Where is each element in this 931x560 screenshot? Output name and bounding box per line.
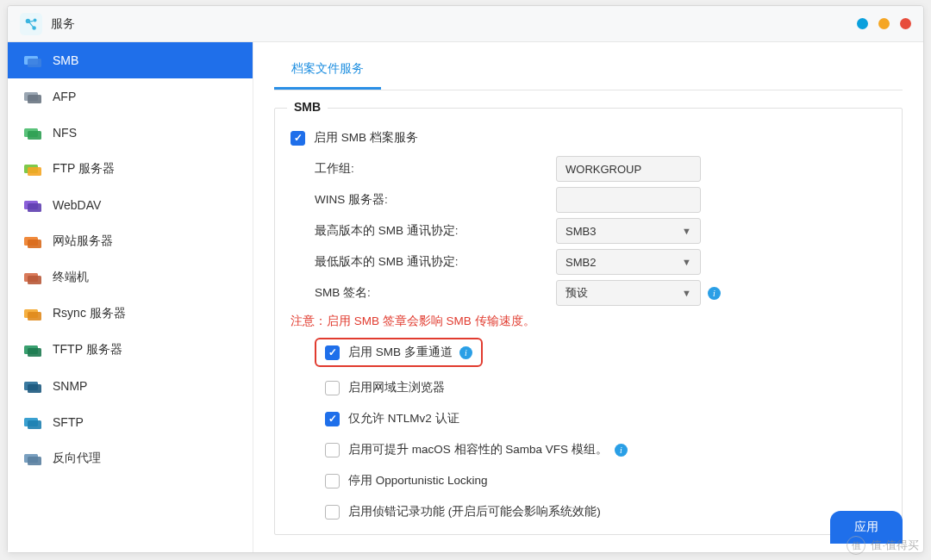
sidebar-item-label: AFP	[53, 90, 76, 103]
svg-rect-22	[28, 384, 41, 393]
sidebar-item-tftp-服务器[interactable]: TFTP 服务器	[8, 332, 253, 368]
signing-warning: 注意：启用 SMB 签章会影响 SMB 传输速度。	[291, 314, 886, 329]
option-checkbox[interactable]	[325, 412, 340, 426]
snmp-icon	[23, 378, 42, 394]
window-controls	[857, 18, 911, 29]
option-checkbox[interactable]	[325, 474, 340, 488]
wins-label: WINS 服务器:	[315, 192, 556, 208]
wins-row: WINS 服务器:	[291, 184, 886, 215]
min-proto-label: 最低版本的 SMB 通讯协定:	[315, 254, 556, 270]
sidebar-item-webdav[interactable]: WebDAV	[8, 187, 253, 223]
smb-section: SMB 启用 SMB 档案服务 工作组: WINS 服务器: 最高版本的 SMB…	[274, 108, 903, 535]
sidebar-item-label: Rsync 服务器	[53, 306, 126, 321]
sidebar-item-label: FTP 服务器	[53, 161, 115, 177]
info-icon[interactable]: i	[615, 444, 628, 457]
option-row: 启用 SMB 多重通道 i	[315, 338, 886, 372]
terminal-icon	[23, 270, 42, 285]
chevron-down-icon: ▼	[682, 288, 691, 298]
svg-rect-10	[28, 167, 41, 176]
svg-rect-18	[28, 312, 41, 320]
proxy-icon	[23, 451, 42, 466]
tftp-icon	[23, 342, 42, 358]
signing-select[interactable]: 预设 ▼	[556, 280, 701, 306]
webdav-icon	[23, 197, 42, 213]
chevron-down-icon: ▼	[682, 226, 691, 236]
sidebar-item-sftp[interactable]: SFTP	[8, 404, 253, 440]
sidebar: SMB AFP NFS FTP 服务器 WebDAV 网站服务器 终端机 Rsy…	[8, 42, 253, 552]
min-proto-select[interactable]: SMB2 ▼	[556, 249, 701, 275]
enable-smb-row: 启用 SMB 档案服务	[291, 122, 886, 153]
wins-input[interactable]	[556, 187, 701, 213]
minimize-button[interactable]	[857, 18, 868, 29]
sidebar-item-label: 反向代理	[53, 451, 101, 466]
highlight-box: 启用 SMB 多重通道 i	[315, 338, 483, 367]
option-label: 启用可提升 macOS 相容性的 Samba VFS 模组。	[348, 442, 608, 457]
apply-button[interactable]: 应用	[830, 511, 903, 544]
tabs: 档案文件服务	[274, 53, 903, 90]
option-row: 启用侦错记录功能 (开启后可能会影响系统效能)	[291, 496, 886, 527]
workgroup-label: 工作组:	[315, 161, 556, 177]
nfs-icon	[23, 125, 42, 140]
sidebar-item-label: SFTP	[53, 415, 84, 429]
svg-rect-24	[28, 420, 41, 429]
option-label: 启用 SMB 多重通道	[348, 345, 453, 360]
workgroup-row: 工作组:	[291, 153, 886, 184]
workgroup-input[interactable]	[556, 156, 701, 182]
smb-icon	[23, 53, 42, 68]
rsync-icon	[23, 306, 42, 321]
svg-point-1	[34, 18, 37, 22]
ftp-icon	[23, 161, 42, 177]
sftp-icon	[23, 414, 42, 430]
sidebar-item-snmp[interactable]: SNMP	[8, 368, 253, 404]
sidebar-item-rsync-服务器[interactable]: Rsync 服务器	[8, 296, 253, 332]
signing-value: 预设	[565, 285, 588, 301]
app-icon	[20, 13, 42, 35]
svg-rect-8	[28, 131, 41, 140]
services-window: 服务 SMB AFP NFS FTP 服务器 WebDAV 网站服务器 终	[7, 5, 924, 553]
section-legend: SMB	[287, 100, 328, 114]
sidebar-item-smb[interactable]: SMB	[8, 42, 253, 78]
sidebar-item-label: NFS	[53, 126, 77, 140]
option-checkbox[interactable]	[325, 443, 340, 457]
window-body: SMB AFP NFS FTP 服务器 WebDAV 网站服务器 终端机 Rsy…	[8, 42, 923, 552]
svg-rect-4	[28, 59, 41, 67]
sidebar-item-终端机[interactable]: 终端机	[8, 259, 253, 296]
sidebar-item-ftp-服务器[interactable]: FTP 服务器	[8, 151, 253, 187]
svg-rect-12	[28, 203, 41, 212]
option-row: 启用网域主浏览器	[291, 372, 886, 403]
option-row: 启用可提升 macOS 相容性的 Samba VFS 模组。 i	[291, 434, 886, 465]
info-icon[interactable]: i	[708, 287, 721, 300]
afp-icon	[23, 89, 42, 104]
maximize-button[interactable]	[878, 18, 890, 29]
sidebar-item-nfs[interactable]: NFS	[8, 115, 253, 151]
option-label: 仅允许 NTLMv2 认证	[348, 411, 459, 426]
svg-rect-20	[28, 348, 41, 357]
close-button[interactable]	[900, 18, 911, 29]
web-icon	[23, 233, 42, 249]
signing-label: SMB 签名:	[315, 285, 556, 301]
sidebar-item-label: SMB	[53, 53, 78, 67]
max-proto-row: 最高版本的 SMB 通讯协定: SMB3 ▼	[291, 215, 886, 246]
sidebar-item-网站服务器[interactable]: 网站服务器	[8, 223, 253, 259]
sidebar-item-afp[interactable]: AFP	[8, 78, 253, 115]
info-icon[interactable]: i	[459, 346, 472, 359]
titlebar: 服务	[8, 6, 923, 42]
option-label: 启用侦错记录功能 (开启后可能会影响系统效能)	[348, 504, 601, 520]
chevron-down-icon: ▼	[682, 257, 691, 267]
enable-smb-label: 启用 SMB 档案服务	[314, 130, 418, 146]
option-checkbox[interactable]	[325, 505, 340, 520]
option-label: 停用 Opportunistic Locking	[348, 473, 488, 488]
svg-rect-14	[28, 240, 41, 248]
max-proto-select[interactable]: SMB3 ▼	[556, 218, 701, 244]
enable-smb-checkbox[interactable]	[291, 131, 305, 146]
tab-file-services[interactable]: 档案文件服务	[274, 53, 381, 90]
max-proto-label: 最高版本的 SMB 通讯协定:	[315, 223, 556, 239]
option-checkbox[interactable]	[325, 345, 340, 360]
sidebar-item-label: SNMP	[53, 379, 87, 393]
sidebar-item-label: 网站服务器	[53, 233, 113, 249]
option-label: 启用网域主浏览器	[348, 380, 445, 395]
sidebar-item-反向代理[interactable]: 反向代理	[8, 440, 253, 476]
option-checkbox[interactable]	[325, 381, 340, 395]
svg-rect-16	[28, 276, 41, 284]
sidebar-item-label: 终端机	[53, 270, 89, 285]
